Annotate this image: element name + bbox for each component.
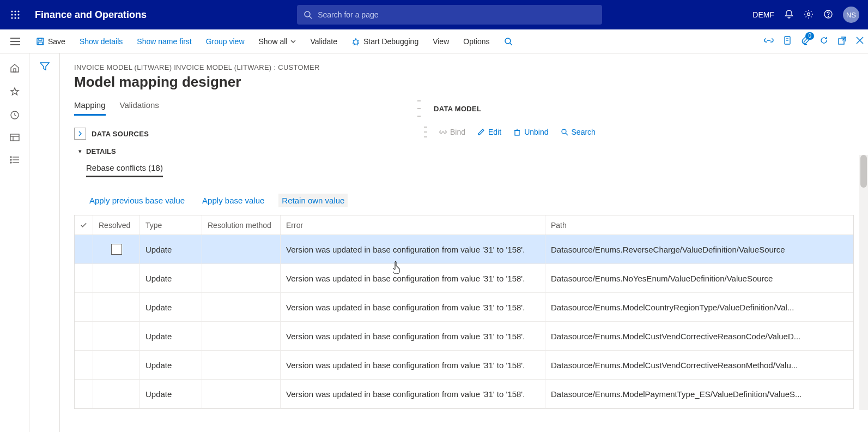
bind-button: Bind [439,128,465,136]
validate-button[interactable]: Validate [310,37,337,46]
dm-search-button[interactable]: Search [561,128,596,136]
retain-own-value-button[interactable]: Retain own value [278,194,348,207]
datamodel-toolbar: Bind Edit Unbind Search [424,127,854,137]
row-select-cell[interactable] [75,235,93,263]
user-avatar[interactable]: NS [843,7,859,23]
cell-resolved[interactable] [93,264,140,292]
filter-icon[interactable] [40,62,50,432]
app-launcher-icon[interactable] [4,10,26,20]
svg-point-36 [10,159,11,160]
search-icon [304,10,312,19]
col-path[interactable]: Path [545,215,853,235]
svg-point-4 [14,14,16,15]
attachments-button[interactable]: 0 [801,35,810,47]
cell-error: Version was updated in base configuratio… [281,235,545,263]
help-icon[interactable] [823,9,833,21]
svg-point-0 [11,10,13,12]
vertical-scrollbar[interactable] [859,155,868,410]
left-rail [0,53,29,432]
save-button[interactable]: Save [36,37,65,46]
cmdbar-search-icon[interactable] [504,37,513,46]
workspace-icon[interactable] [10,134,20,144]
svg-point-1 [14,10,16,12]
cell-type: Update [140,293,202,321]
tab-validations[interactable]: Validations [120,100,159,116]
details-toggle[interactable]: ▾ DETAILS [78,147,406,155]
tab-mapping[interactable]: Mapping [74,100,106,116]
cell-path: Datasource/Enums.ModelCustVendCorrective… [545,351,853,379]
col-type[interactable]: Type [140,215,202,235]
expand-panel-icon[interactable] [74,128,86,140]
view-menu[interactable]: View [433,37,449,46]
cell-type: Update [140,351,202,379]
svg-point-2 [17,10,19,12]
refresh-icon[interactable] [820,36,828,46]
row-select-cell[interactable] [75,264,93,292]
options-menu[interactable]: Options [463,37,489,46]
table-row[interactable]: UpdateVersion was updated in base config… [75,293,853,322]
svg-point-7 [14,17,16,19]
details-subtabs: Rebase conflicts (18) [86,163,406,177]
cell-resolved[interactable] [93,322,140,350]
splitter-grip-icon[interactable] [417,100,421,117]
svg-point-21 [505,38,511,44]
show-name-first-button[interactable]: Show name first [137,37,191,46]
svg-rect-18 [39,38,42,40]
select-all-checkbox[interactable] [75,215,93,235]
cell-path: Datasource/Enums.ModelPaymentType_ES/Val… [545,380,853,408]
col-error[interactable]: Error [281,215,545,235]
show-details-button[interactable]: Show details [80,37,123,46]
link-icon [439,128,447,136]
show-all-dropdown[interactable]: Show all [259,37,296,46]
unbind-button[interactable]: Unbind [513,128,548,136]
cell-resolved[interactable] [93,351,140,379]
svg-point-6 [11,17,13,19]
list-icon[interactable] [10,156,20,165]
col-resolution-method[interactable]: Resolution method [202,215,281,235]
svg-line-22 [510,43,512,45]
table-row[interactable]: UpdateVersion was updated in base config… [75,351,853,380]
apply-base-button[interactable]: Apply base value [199,194,268,207]
home-icon[interactable] [10,63,20,75]
row-select-cell[interactable] [75,293,93,321]
datamodel-header: DATA MODEL [417,100,854,117]
star-icon[interactable] [10,87,20,98]
apply-previous-base-button[interactable]: Apply previous base value [86,194,188,207]
resolved-checkbox[interactable] [111,244,122,255]
col-resolved[interactable]: Resolved [93,215,140,235]
table-row[interactable]: UpdateVersion was updated in base config… [75,380,853,409]
hamburger-icon[interactable] [4,38,26,45]
cell-resolved[interactable] [93,235,140,263]
cell-resolved[interactable] [93,380,140,408]
close-icon[interactable] [856,37,864,46]
cell-path: Datasource/Enums.ReverseCharge/ValueDefi… [545,235,853,263]
scroll-thumb[interactable] [860,155,867,188]
cell-error: Version was updated in base configuratio… [281,264,545,292]
gear-icon[interactable] [804,9,814,21]
page-icon[interactable] [784,36,791,46]
start-debugging-button[interactable]: Start Debugging [351,37,418,46]
group-view-button[interactable]: Group view [206,37,245,46]
cell-path: Datasource/Enums.ModelCountryRegionType/… [545,293,853,321]
clock-icon[interactable] [10,110,20,122]
popout-icon[interactable] [838,37,846,46]
company-label[interactable]: DEMF [752,10,774,19]
cmdbar-right: 0 [764,35,864,47]
link-icon[interactable] [764,37,774,46]
search-placeholder: Search for a page [318,10,378,19]
splitter-grip2-icon[interactable] [424,127,427,137]
table-row[interactable]: UpdateVersion was updated in base config… [75,264,853,293]
cell-resolution-method [202,380,281,408]
table-row[interactable]: UpdateVersion was updated in base config… [75,235,853,264]
row-select-cell[interactable] [75,351,93,379]
cell-resolved[interactable] [93,293,140,321]
row-select-cell[interactable] [75,380,93,408]
bell-icon[interactable] [784,9,794,21]
global-search[interactable]: Search for a page [297,5,602,25]
save-icon [36,37,45,46]
right-column: DATA MODEL Bind Edit [406,100,854,177]
subtab-rebase-conflicts[interactable]: Rebase conflicts (18) [86,163,163,177]
row-select-cell[interactable] [75,322,93,350]
table-row[interactable]: UpdateVersion was updated in base config… [75,322,853,351]
edit-button[interactable]: Edit [477,128,501,136]
